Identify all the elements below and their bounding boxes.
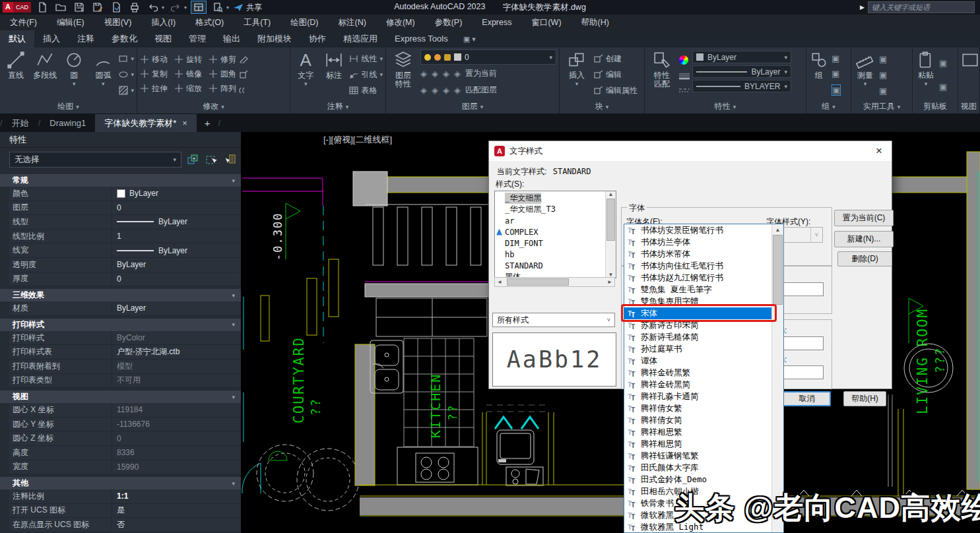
undo-caret-icon[interactable]: ▾ bbox=[162, 5, 164, 11]
height-input[interactable] bbox=[783, 282, 824, 296]
paste-button[interactable]: 粘贴▾ bbox=[915, 49, 936, 100]
oblique-angle-input[interactable] bbox=[783, 365, 824, 379]
circle-button[interactable]: 圆▾ bbox=[61, 49, 87, 100]
save-as-icon[interactable] bbox=[90, 1, 105, 13]
property-row[interactable]: 打印样式表户型-济宁北湖.ctb bbox=[9, 345, 241, 360]
scrollbar-thumb[interactable] bbox=[606, 199, 615, 241]
search-expand-icon[interactable]: ▶ bbox=[860, 4, 865, 11]
group-selection-toggle-icon[interactable]: ▣ bbox=[832, 84, 841, 96]
ribbon-tab[interactable]: 协作 bbox=[300, 30, 335, 47]
panel-label-layers[interactable]: 图层▾ bbox=[386, 100, 559, 113]
property-row[interactable]: 图层0 bbox=[9, 201, 241, 216]
undo-icon[interactable] bbox=[146, 1, 160, 13]
property-row[interactable]: 圆心 X 坐标119184 bbox=[9, 403, 241, 418]
font-option[interactable]: 书体坊兰亭体 bbox=[624, 236, 771, 248]
linear-dim-icon[interactable]: 线性▾ bbox=[349, 53, 383, 65]
group-edit-icon[interactable]: ▣ bbox=[832, 69, 841, 78]
font-option[interactable]: 腾祥倩女繁 bbox=[624, 402, 771, 414]
menu-item[interactable]: 工具(T) bbox=[234, 15, 280, 30]
panel-label-properties[interactable]: 特性▾ bbox=[645, 100, 806, 113]
viewport-controls[interactable]: [-][俯视][二维线框] bbox=[323, 134, 392, 146]
ellipse-tool-icon[interactable]: ▾ bbox=[119, 70, 134, 79]
object-color-combo[interactable]: ByLayer▾ bbox=[692, 51, 791, 63]
quick-select-icon[interactable] bbox=[222, 153, 237, 166]
styles-listbox[interactable]: _华文细黑_华文细黑_T3arCOMPLEXDIM_FONThbSTANDARD… bbox=[494, 191, 616, 278]
selection-combo[interactable]: 无选择 ▾ bbox=[9, 152, 181, 168]
styles-hscrollbar[interactable]: ◄ ► bbox=[494, 277, 615, 287]
modify-tool[interactable]: 缩放 bbox=[174, 81, 202, 96]
style-list-item[interactable]: DIM_FONT bbox=[495, 237, 605, 249]
quick-calc-icon[interactable]: ▣ bbox=[879, 86, 887, 96]
block-tool[interactable]: 编辑属性 bbox=[594, 85, 637, 96]
font-option[interactable]: 书体坊向佳红毛笔行书 bbox=[624, 260, 771, 272]
property-row[interactable]: 圆心 Z 坐标0 bbox=[9, 431, 241, 446]
layer-combo-caret[interactable]: ▾ bbox=[549, 54, 552, 61]
menu-item[interactable]: Express bbox=[472, 15, 521, 30]
dialog-title-bar[interactable]: A 文字样式 × bbox=[489, 141, 892, 161]
font-option[interactable]: 苏新诗毛糙体简 bbox=[624, 331, 771, 343]
menu-item[interactable]: 帮助(H) bbox=[572, 15, 619, 30]
panel-label-utilities[interactable]: 实用工具▾ bbox=[851, 100, 912, 113]
font-option[interactable]: 腾祥金砖黑简 bbox=[624, 379, 771, 391]
style-list-item[interactable]: _华文细黑_T3 bbox=[495, 204, 605, 215]
panel-label-annotation[interactable]: 注释▾ bbox=[290, 100, 385, 113]
style-filter-combo[interactable]: 所有样式˅ bbox=[492, 313, 615, 327]
style-list-item[interactable]: STANDARD bbox=[495, 260, 605, 271]
menu-item[interactable]: 修改(M) bbox=[376, 15, 425, 30]
ribbon-tab[interactable]: 参数化 bbox=[103, 30, 146, 47]
font-option[interactable]: 腾祥金砖黑繁 bbox=[624, 367, 771, 379]
quick-select-icon[interactable]: ▣ bbox=[879, 54, 887, 64]
style-list-item[interactable]: _华文细黑 bbox=[495, 193, 605, 204]
lineweight-combo[interactable]: BYLAYER▾ bbox=[692, 80, 791, 92]
font-option[interactable]: 腾祥孔淼卡通简 bbox=[624, 391, 771, 402]
property-row[interactable]: 打印表类型不可用 bbox=[9, 374, 241, 389]
hatch-tool-icon[interactable]: ▾ bbox=[119, 86, 134, 95]
base-view-button[interactable] bbox=[961, 49, 979, 100]
modify-tool[interactable]: 修剪 bbox=[209, 52, 236, 67]
ribbon-tab[interactable]: 视图 bbox=[146, 30, 180, 47]
style-list-item[interactable]: ar bbox=[495, 215, 605, 226]
property-row[interactable]: 高度8336 bbox=[9, 446, 241, 460]
leader-icon[interactable]: 引线▾ bbox=[349, 69, 383, 80]
property-row[interactable]: 在原点显示 UCS 图标否 bbox=[9, 518, 241, 532]
modify-tool[interactable]: 拉伸 bbox=[140, 81, 168, 96]
dimension-button[interactable]: 标注 bbox=[321, 49, 347, 100]
linetype-combo[interactable]: ByLayer▾ bbox=[692, 65, 791, 78]
scroll-right-icon[interactable]: ► bbox=[607, 279, 612, 285]
point-select-icon[interactable]: ▣ bbox=[879, 70, 887, 80]
layer-tool-icon[interactable]: ◈ bbox=[432, 85, 438, 95]
dropdown-scrollbar[interactable]: ▲ bbox=[771, 224, 783, 532]
section-header-3d[interactable]: 三维效果▾ bbox=[0, 289, 241, 301]
menu-item[interactable]: 插入(I) bbox=[141, 15, 185, 30]
preview-caret-icon[interactable]: ▾ bbox=[226, 5, 229, 11]
font-option[interactable]: 书体坊米芾体 bbox=[624, 248, 771, 260]
line-button[interactable]: 直线 bbox=[3, 49, 29, 100]
font-option[interactable]: 田式金鈴体_Demo bbox=[624, 474, 771, 486]
dialog-close-icon[interactable]: × bbox=[872, 144, 886, 158]
new-drawing-tab[interactable]: + bbox=[197, 114, 218, 132]
match-layer-button[interactable]: 匹配图层 bbox=[465, 84, 497, 96]
layer-on-icon[interactable] bbox=[424, 54, 431, 61]
hscrollbar-thumb[interactable] bbox=[507, 278, 569, 286]
menu-item[interactable]: 编辑(E) bbox=[47, 15, 94, 30]
scroll-up-icon[interactable]: ▲ bbox=[775, 224, 781, 235]
etransmit-icon[interactable] bbox=[109, 1, 123, 13]
section-header-plotstyle[interactable]: 打印样式▾ bbox=[0, 319, 241, 331]
ribbon-tab[interactable]: 输出 bbox=[214, 30, 249, 47]
font-option[interactable]: 腾祥倩女简 bbox=[624, 414, 771, 426]
menu-item[interactable]: 格式(O) bbox=[185, 15, 234, 30]
set-current-layer-button[interactable]: 置为当前 bbox=[465, 68, 497, 79]
match-properties-button[interactable]: 特性匹配 bbox=[647, 49, 676, 100]
scroll-left-icon[interactable]: ◄ bbox=[497, 279, 502, 285]
font-option[interactable]: 腾祥相思简 bbox=[624, 438, 771, 450]
plot-icon[interactable] bbox=[127, 1, 142, 13]
help-button[interactable]: 帮助(H) bbox=[843, 391, 886, 406]
offset-tool-icon[interactable] bbox=[239, 86, 248, 95]
color-wheel-icon[interactable] bbox=[679, 55, 688, 65]
font-option[interactable]: 谭体 bbox=[624, 355, 771, 367]
set-current-button[interactable]: 置为当前(C) bbox=[834, 210, 894, 226]
panel-label-modify[interactable]: 修改▾ bbox=[137, 100, 290, 113]
property-row[interactable]: 打开 UCS 图标是 bbox=[9, 504, 241, 518]
explode-tool-icon[interactable] bbox=[239, 70, 248, 79]
property-row[interactable]: 圆心 Y 坐标-1136676 bbox=[9, 418, 241, 432]
